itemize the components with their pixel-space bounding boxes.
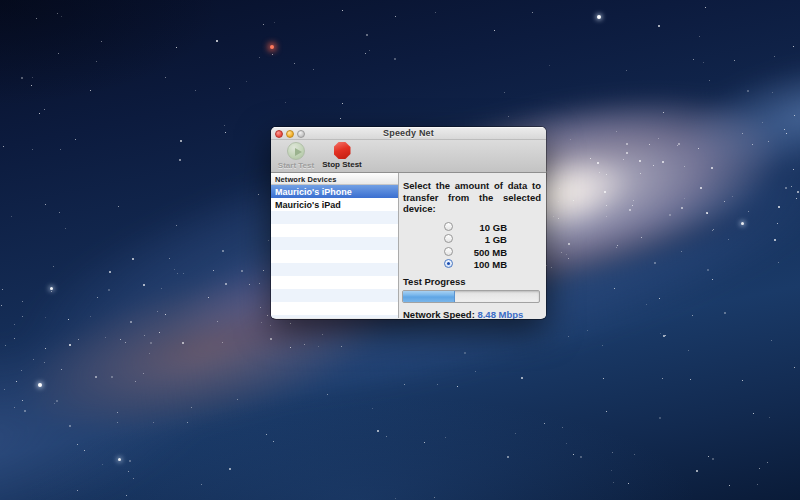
speedy-net-window: Speedy Net Start Test Stop Stest Network… — [271, 127, 546, 319]
window-title: Speedy Net — [271, 128, 546, 138]
device-list-header[interactable]: Network Devices — [271, 173, 398, 185]
progress-fill — [403, 291, 455, 302]
stop-test-button[interactable]: Stop Stest — [318, 142, 366, 169]
radio-button-10gb[interactable] — [444, 222, 453, 231]
test-progress-label: Test Progress — [403, 276, 541, 287]
radio-button-1gb[interactable] — [444, 234, 453, 243]
options-panel: Select the amount of data to transfer fr… — [399, 173, 546, 318]
radio-label-10gb: 10 GB — [480, 222, 507, 233]
data-amount-radio-group: 10 GB 1 GB 500 MB 100 MB — [403, 221, 541, 271]
instruction-text: Select the amount of data to transfer fr… — [403, 180, 541, 215]
device-list-empty-rows — [271, 211, 398, 318]
radio-label-500mb: 500 MB — [474, 247, 507, 258]
progress-bar — [402, 290, 540, 303]
radio-button-100mb[interactable] — [444, 259, 453, 268]
network-speed-line: Network Speed: 8.48 Mbps — [403, 309, 541, 320]
radio-row-1gb[interactable]: 1 GB — [403, 233, 541, 246]
radio-button-500mb[interactable] — [444, 247, 453, 256]
stats-block: Network Speed: 8.48 Mbps Latency: 47.63 … — [403, 309, 541, 320]
stop-icon — [334, 142, 351, 159]
network-speed-label: Network Speed: — [403, 309, 475, 320]
play-icon — [287, 142, 305, 160]
start-test-label: Start Test — [276, 161, 316, 170]
device-row-iphone[interactable]: Mauricio's iPhone — [271, 185, 398, 198]
device-row-ipad[interactable]: Mauricio's iPad — [271, 198, 398, 211]
start-test-button[interactable]: Start Test — [276, 142, 316, 170]
network-speed-value: 8.48 Mbps — [477, 309, 523, 320]
radio-row-500mb[interactable]: 500 MB — [403, 246, 541, 259]
network-devices-list: Network Devices Mauricio's iPhone Mauric… — [271, 173, 399, 318]
radio-row-10gb[interactable]: 10 GB — [403, 221, 541, 234]
stop-test-label: Stop Stest — [318, 160, 366, 169]
window-titlebar[interactable]: Speedy Net — [271, 127, 546, 140]
toolbar: Start Test Stop Stest — [271, 140, 546, 173]
radio-row-100mb[interactable]: 100 MB — [403, 258, 541, 271]
radio-label-1gb: 1 GB — [485, 234, 507, 245]
radio-label-100mb: 100 MB — [474, 259, 507, 270]
